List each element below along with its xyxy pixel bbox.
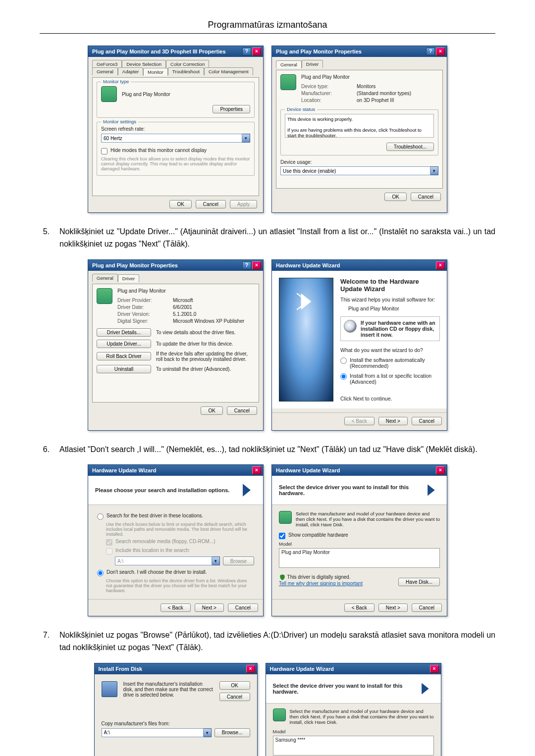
step-6-text: Atlasiet "Don't search ,I will..." (Neme… xyxy=(59,444,495,456)
close-button[interactable]: × xyxy=(436,466,445,474)
tab-general[interactable]: General xyxy=(92,67,118,75)
cancel-button[interactable]: Cancel xyxy=(196,200,226,208)
uninstall-button[interactable]: Uninstall xyxy=(97,365,151,373)
device-name: Plug and Play Monitor xyxy=(117,288,255,294)
tab-monitor[interactable]: Monitor xyxy=(143,68,168,76)
hide-modes-checkbox[interactable] xyxy=(101,148,107,154)
signed-text: This driver is digitally signed. xyxy=(287,574,351,580)
model-label: Model xyxy=(279,541,440,547)
next-button[interactable]: Next > xyxy=(378,417,408,425)
close-button[interactable]: × xyxy=(252,48,261,55)
device-usage-label: Device usage: xyxy=(280,159,438,165)
next-button[interactable]: Next > xyxy=(378,604,408,612)
chk-compat[interactable] xyxy=(279,533,285,539)
step-5-num: 5. xyxy=(40,226,59,251)
figure-row-4: Install From Disk× Insert the manufactur… xyxy=(40,663,495,756)
v-device-type: Monitors xyxy=(357,84,375,89)
dlg-wizard-select-driver-samsung: Hardware Update Wizard× Select the devic… xyxy=(266,663,441,756)
radio-auto[interactable] xyxy=(340,357,347,364)
back-button[interactable]: < Back xyxy=(344,604,374,612)
model-item[interactable]: Plug and Play Monitor xyxy=(281,550,330,555)
wizard-heading: Select the device driver you want to ins… xyxy=(273,683,417,695)
close-button[interactable]: × xyxy=(430,665,439,673)
cancel-button[interactable]: Cancel xyxy=(219,693,250,701)
tab-troubleshoot[interactable]: Troubleshoot xyxy=(168,67,204,75)
wizard-chevron-icon xyxy=(237,481,256,500)
chevron-down-icon[interactable]: ▾ xyxy=(204,728,212,737)
close-button[interactable]: × xyxy=(436,48,445,55)
titlebar: Plug and Play Monitor Properties ? × xyxy=(272,46,447,57)
step-6-num: 6. xyxy=(40,444,59,456)
ok-button[interactable]: OK xyxy=(201,406,222,415)
ok-button[interactable]: OK xyxy=(384,193,406,201)
close-button[interactable]: × xyxy=(252,466,261,474)
tab-driver[interactable]: Driver xyxy=(118,274,139,282)
next-button[interactable]: Next > xyxy=(195,604,224,612)
properties-button[interactable]: Properties xyxy=(213,105,250,113)
model-item[interactable]: Samsung **** xyxy=(275,737,306,743)
grp-monitor-settings: Monitor settings xyxy=(101,119,138,124)
close-button[interactable]: × xyxy=(436,261,445,269)
tab-general[interactable]: General xyxy=(276,60,302,68)
radio-dont-search[interactable] xyxy=(97,570,104,576)
help-button[interactable]: ? xyxy=(242,48,251,55)
tab-general[interactable]: General xyxy=(92,274,118,282)
browse-button[interactable]: Browse... xyxy=(214,728,250,737)
device-usage-dropdown[interactable] xyxy=(280,166,430,175)
tab-device-selection[interactable]: Device Selection xyxy=(122,60,166,68)
tab-driver[interactable]: Driver xyxy=(302,60,323,68)
grp-monitor-type: Monitor type xyxy=(101,79,131,84)
update-driver-button[interactable]: Update Driver... xyxy=(97,340,151,348)
cancel-button[interactable]: Cancel xyxy=(412,417,442,425)
driver-details-button[interactable]: Driver Details... xyxy=(97,328,151,337)
desc-uninst: To uninstall the driver (Advanced). xyxy=(156,366,255,372)
chevron-down-icon[interactable]: ▾ xyxy=(242,134,250,143)
radio-list[interactable] xyxy=(340,373,347,380)
dlg-wizard-select-driver: Hardware Update Wizard× Select the devic… xyxy=(271,464,447,616)
cancel-button[interactable]: Cancel xyxy=(412,604,442,612)
back-button[interactable]: < Back xyxy=(160,604,191,612)
tab-geforce3[interactable]: GeForce3 xyxy=(92,60,122,68)
desc-update: To update the driver for this device. xyxy=(156,341,255,347)
refresh-rate-dropdown[interactable] xyxy=(101,134,242,143)
hide-modes-desc: Clearing this check box allows you to se… xyxy=(101,156,250,171)
wizard-heading: Welcome to the Hardware Update Wizard xyxy=(340,278,440,293)
k-date: Driver Date: xyxy=(117,304,165,310)
dlg-monitor-properties-driver: Plug and Play Monitor Properties ?× Gene… xyxy=(88,259,264,431)
monitor-icon xyxy=(97,288,112,304)
cancel-button[interactable]: Cancel xyxy=(411,193,441,201)
titlebar: Plug and Play Monitor and 3D Prophet III… xyxy=(88,46,263,57)
chevron-down-icon[interactable]: ▾ xyxy=(430,166,438,175)
model-list[interactable]: Samsung **** xyxy=(273,736,434,756)
tell-me-link[interactable]: Tell me why driver signing is important xyxy=(279,581,363,586)
ok-button[interactable]: OK xyxy=(169,200,191,208)
chk-removable-label: Search removable media (floppy, CD-ROM..… xyxy=(115,539,215,544)
back-button: < Back xyxy=(344,417,374,425)
help-button[interactable]: ? xyxy=(242,261,251,269)
help-button[interactable]: ? xyxy=(426,48,435,55)
roll-back-button[interactable]: Roll Back Driver xyxy=(97,352,151,360)
path-input[interactable] xyxy=(102,728,204,737)
wizard-question: What do you want the wizard to do? xyxy=(340,347,440,353)
floppy-icon xyxy=(102,681,117,697)
cancel-button[interactable]: Cancel xyxy=(227,406,257,415)
radio-search[interactable] xyxy=(97,513,104,520)
tab-adapter[interactable]: Adapter xyxy=(118,67,143,75)
close-button[interactable]: × xyxy=(252,261,261,269)
dlg-hardware-wizard-welcome: Hardware Update Wizard× Welcome to the H… xyxy=(271,259,447,431)
cancel-button[interactable]: Cancel xyxy=(228,604,258,612)
tab-color-mgmt[interactable]: Color Management xyxy=(204,67,253,75)
desc-details: To view details about the driver files. xyxy=(156,330,255,335)
figure-row-2: Plug and Play Monitor Properties ?× Gene… xyxy=(40,259,495,431)
ok-button[interactable]: OK xyxy=(219,681,250,690)
have-disk-button[interactable]: Have Disk... xyxy=(398,578,440,586)
wizard-device: Plug and Play Monitor xyxy=(348,305,440,311)
hide-modes-label: Hide modes that this monitor cannot disp… xyxy=(110,148,207,153)
wizard-chevron-icon xyxy=(417,679,434,698)
troubleshoot-button[interactable]: Troubleshoot... xyxy=(386,143,434,151)
tab-color-correction[interactable]: Color Correction xyxy=(166,60,209,68)
close-button[interactable]: × xyxy=(246,665,255,673)
dlg-monitor-properties-general: Plug and Play Monitor Properties ? × Gen… xyxy=(271,46,447,213)
model-list[interactable]: Plug and Play Monitor xyxy=(279,548,440,568)
desc-roll: If the device fails after updating the d… xyxy=(156,351,255,362)
